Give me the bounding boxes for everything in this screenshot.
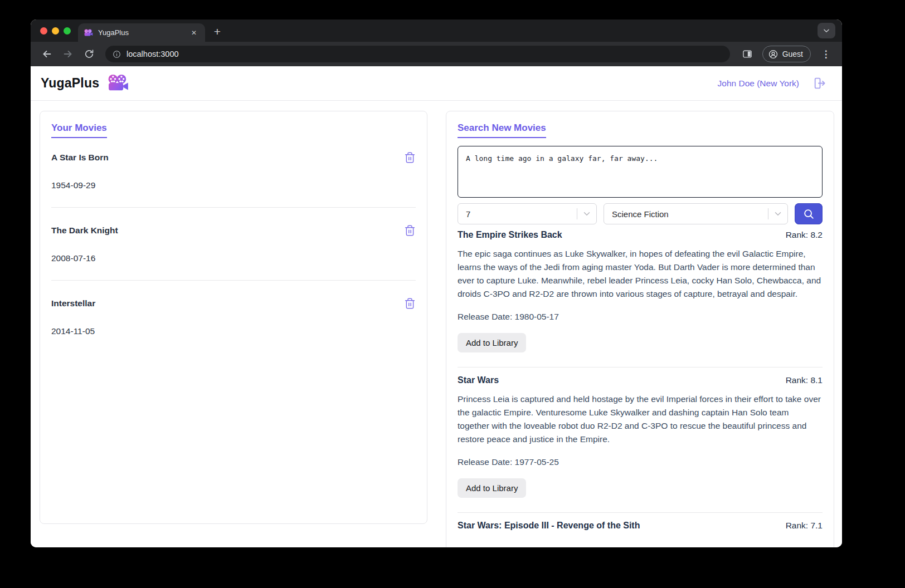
movie-title: The Dark Knight: [51, 226, 118, 236]
search-new-movies-title: Search New Movies: [458, 122, 546, 138]
movie-row: Interstellar: [51, 297, 416, 310]
result-title: Star Wars: [458, 375, 499, 385]
result-rank: Rank: 8.2: [786, 230, 823, 240]
back-arrow-icon: [41, 48, 53, 60]
profile-button[interactable]: Guest: [762, 46, 811, 62]
forward-button[interactable]: [59, 45, 77, 63]
traffic-lights: [40, 27, 71, 35]
movie-release-date: 2008-07-16: [51, 253, 416, 263]
movie-title: Interstellar: [51, 298, 95, 308]
trash-icon: [404, 151, 416, 164]
movie-title: A Star Is Born: [51, 153, 109, 163]
result-title-row: The Empire Strikes Back Rank: 8.2: [458, 230, 823, 240]
tab-strip: YugaPlus ✕ +: [31, 19, 842, 42]
add-to-library-button[interactable]: Add to Library: [458, 333, 526, 352]
result-title: Star Wars: Episode III - Revenge of the …: [458, 521, 640, 531]
logout-button[interactable]: [812, 76, 826, 90]
minimize-window-button[interactable]: [52, 27, 59, 35]
zoom-window-button[interactable]: [64, 27, 71, 35]
search-result: Star Wars: Episode III - Revenge of the …: [458, 521, 823, 531]
movie-release-date: 1954-09-29: [51, 180, 416, 190]
chevron-down-icon: [577, 209, 596, 219]
browser-menu-button[interactable]: ⋮: [816, 45, 835, 63]
divider: [458, 367, 823, 367]
your-movies-title: Your Movies: [51, 122, 107, 138]
tab-favicon-movie-camera-icon: [84, 29, 93, 37]
search-controls: 7 Science Fiction: [458, 203, 823, 224]
reload-icon: [84, 48, 95, 60]
site-info-icon[interactable]: [112, 50, 121, 59]
divider: [51, 280, 416, 281]
person-icon: [768, 49, 779, 60]
result-rank: Rank: 7.1: [786, 521, 823, 531]
result-title-row: Star Wars Rank: 8.1: [458, 375, 823, 385]
user-box: John Doe (New York): [718, 76, 826, 90]
app-header: YugaPlus: [31, 66, 842, 101]
kebab-menu-icon: ⋮: [821, 48, 831, 60]
result-rank: Rank: 8.1: [786, 375, 823, 385]
trash-icon: [404, 297, 416, 310]
result-release-date: Release Date: 1977-05-25: [458, 457, 823, 467]
close-tab-icon[interactable]: ✕: [188, 27, 200, 38]
brand: YugaPlus: [41, 74, 129, 92]
your-movies-panel: Your Movies A Star Is Born 1954-09-29 Th…: [40, 111, 427, 524]
rank-filter-value: 7: [458, 209, 577, 219]
close-window-button[interactable]: [40, 27, 47, 35]
main-content: Your Movies A Star Is Born 1954-09-29 Th…: [31, 101, 842, 547]
new-tab-button[interactable]: +: [210, 24, 225, 39]
add-to-library-button[interactable]: Add to Library: [458, 478, 526, 498]
movie-camera-logo-icon: [106, 74, 129, 92]
result-title-row: Star Wars: Episode III - Revenge of the …: [458, 521, 823, 531]
logout-icon: [812, 76, 826, 90]
delete-movie-button[interactable]: [404, 224, 416, 237]
side-panel-button[interactable]: [738, 45, 757, 63]
user-name-link[interactable]: John Doe (New York): [718, 79, 799, 89]
search-query-textarea[interactable]: A long time ago in a galaxy far, far awa…: [458, 146, 823, 198]
movie-row: A Star Is Born: [51, 151, 416, 164]
tab-search-button[interactable]: [818, 23, 835, 38]
url-text: localhost:3000: [126, 50, 179, 58]
chevron-down-icon: [823, 27, 830, 35]
search-button[interactable]: [795, 203, 823, 224]
search-icon: [802, 208, 815, 220]
result-description: Princess Leia is captured and held hosta…: [458, 393, 823, 446]
result-release-date: Release Date: 1980-05-17: [458, 312, 823, 322]
delete-movie-button[interactable]: [404, 151, 416, 164]
search-result: The Empire Strikes Back Rank: 8.2 The ep…: [458, 230, 823, 352]
rank-filter-select[interactable]: 7: [458, 203, 597, 224]
result-description: The epic saga continues as Luke Skywalke…: [458, 247, 823, 301]
search-new-movies-panel: Search New Movies A long time ago in a g…: [446, 111, 834, 547]
divider: [51, 207, 416, 208]
side-panel-icon: [742, 48, 753, 60]
browser-toolbar: localhost:3000 Guest ⋮: [31, 42, 842, 66]
delete-movie-button[interactable]: [404, 297, 416, 310]
category-select[interactable]: Science Fiction: [604, 203, 788, 224]
reload-button[interactable]: [80, 45, 99, 63]
forward-arrow-icon: [62, 48, 74, 60]
search-result: Star Wars Rank: 8.1 Princess Leia is cap…: [458, 375, 823, 498]
profile-label: Guest: [782, 50, 803, 58]
app-title: YugaPlus: [41, 76, 99, 91]
movie-release-date: 2014-11-05: [51, 326, 416, 336]
divider: [458, 512, 823, 513]
tab-title: YugaPlus: [98, 28, 188, 37]
browser-tab[interactable]: YugaPlus ✕: [78, 23, 205, 42]
trash-icon: [404, 224, 416, 237]
address-bar[interactable]: localhost:3000: [105, 46, 730, 62]
yugaplus-app: YugaPlus: [31, 66, 842, 547]
browser-window: YugaPlus ✕ + localhost:3000: [31, 19, 842, 547]
result-title: The Empire Strikes Back: [458, 230, 562, 240]
back-button[interactable]: [37, 45, 56, 63]
movie-row: The Dark Knight: [51, 224, 416, 237]
category-value: Science Fiction: [604, 209, 768, 219]
chevron-down-icon: [768, 209, 787, 219]
